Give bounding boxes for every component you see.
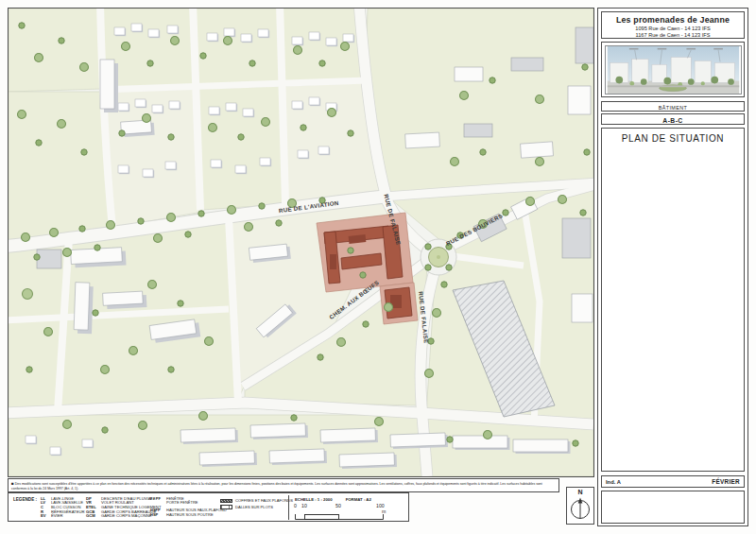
scale-section: ECHELLE : 1 : 2000 FORMAT : A2 0 10 50 1… — [288, 495, 404, 520]
revision-row: Ind. A FÉVRIER — [601, 475, 745, 488]
revision-date: FÉVRIER — [712, 478, 740, 485]
dalles-swatch-icon — [220, 505, 232, 509]
legend-bar: LEGENDE : LLLAVE-LINGE LVLAVE-VAISSELLE … — [8, 492, 409, 522]
project-address-1: 1095 Rue de Caen - 14 123 IFS — [602, 26, 744, 32]
legend-column-1: LLLAVE-LINGE LVLAVE-VAISSELLE CBLOC CUIS… — [41, 497, 85, 520]
disclaimer-line1: Des modifications sont susceptibles d'êt… — [15, 482, 506, 486]
plan-title: PLAN DE SITUATION — [602, 133, 744, 144]
scale-echelle: ECHELLE : 1 : 2000 — [295, 497, 333, 502]
scale-format: FORMAT : A2 — [346, 497, 371, 502]
situation-map-frame: RUE DE L'AVIATION RUE DE FALAISE RUE DES… — [8, 8, 594, 477]
north-indicator: N — [566, 487, 594, 525]
disclaimer-note: ■Des modifications sont susceptibles d'ê… — [8, 478, 559, 492]
project-rendering-box — [601, 42, 745, 97]
site-plan-map: RUE DE L'AVIATION RUE DE FALAISE RUE DES… — [9, 9, 593, 476]
scale-tick-50: 50 — [335, 503, 341, 508]
project-rendering-image — [605, 45, 742, 95]
project-title: Les promenades de Jeanne — [602, 15, 744, 25]
legend-swatches: COFFRES ET FAUX PLAFONDS DALLES SUR PLOT… — [220, 498, 293, 510]
disclaimer-bullet-icon: ■ — [11, 481, 14, 486]
legend-title: LEGENDE : — [13, 497, 37, 502]
scale-tick-0: 0 — [294, 503, 297, 508]
coffres-swatch-icon — [220, 499, 232, 504]
batiment-value: A-B-C — [601, 113, 745, 125]
legend-column-3: F / PFFENÊTRE PORTE FENÊTRE HSFPHAUTEUR … — [150, 497, 227, 518]
scale-tick-10: 10 — [301, 503, 307, 508]
north-arrow-icon — [567, 495, 593, 522]
plan-title-box: PLAN DE SITUATION — [601, 128, 745, 472]
north-label: N — [567, 488, 593, 495]
revision-index: Ind. A — [606, 479, 621, 485]
scale-bar — [295, 511, 389, 521]
empty-cartouche-box — [601, 491, 745, 524]
project-address-2: 1167 Rue de Caen - 14 123 IFS — [602, 32, 744, 39]
project-header: Les promenades de Jeanne 1095 Rue de Cae… — [601, 11, 745, 39]
batiment-label: BÂTIMENT — [601, 101, 745, 112]
